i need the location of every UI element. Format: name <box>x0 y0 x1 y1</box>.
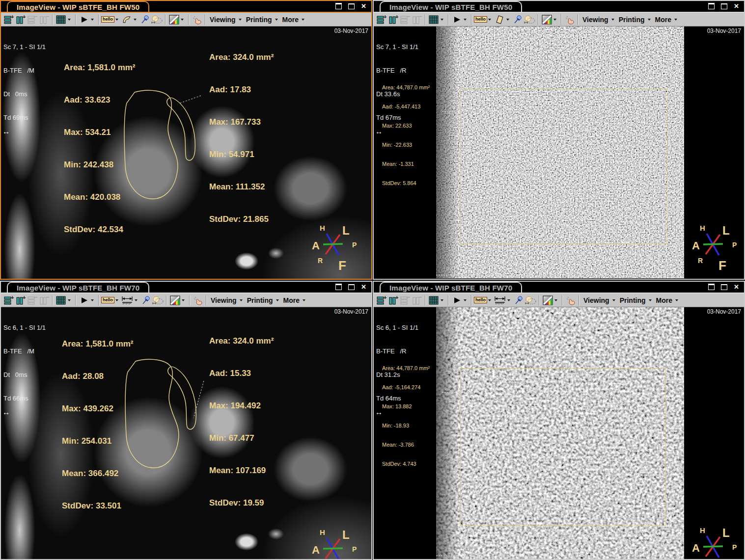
pin-button[interactable] <box>513 294 524 306</box>
remove-row-view-button[interactable]: – <box>27 14 38 26</box>
roi-shape-button[interactable] <box>121 14 133 26</box>
annotation-dropdown-arrow[interactable] <box>115 299 118 301</box>
close-button[interactable]: ✕ <box>734 3 739 9</box>
menu-printing[interactable]: Printing <box>245 296 275 304</box>
add-row-view-button[interactable]: + <box>3 294 15 306</box>
printing-dropdown-arrow[interactable] <box>648 19 651 21</box>
shape-dropdown-arrow[interactable] <box>507 299 510 301</box>
grid-dropdown-arrow[interactable] <box>441 19 443 21</box>
more-dropdown-arrow[interactable] <box>303 299 305 301</box>
colormap-dropdown-arrow[interactable] <box>554 299 557 301</box>
menu-viewing[interactable]: Viewing <box>581 296 611 304</box>
titlebar[interactable]: ImageView - WIP sBTFE_BH FW50 ✕ <box>374 1 744 12</box>
cine-play-button[interactable] <box>78 14 90 26</box>
menu-printing[interactable]: Printing <box>244 16 274 24</box>
menu-more[interactable]: More <box>653 16 673 24</box>
close-button[interactable]: ✕ <box>361 284 366 290</box>
printing-dropdown-arrow[interactable] <box>275 19 278 21</box>
grid-layout-button[interactable] <box>428 14 440 26</box>
cine-play-button[interactable] <box>451 14 463 26</box>
annotation-dropdown-arrow[interactable] <box>488 299 491 301</box>
printing-dropdown-arrow[interactable] <box>276 299 279 301</box>
colormap-button[interactable] <box>168 14 180 26</box>
viewing-dropdown-arrow[interactable] <box>240 299 243 301</box>
colormap-dropdown-arrow[interactable] <box>553 19 556 21</box>
menu-viewing[interactable]: Viewing <box>208 16 238 24</box>
colormap-button[interactable] <box>169 294 181 306</box>
window-level-button[interactable] <box>152 294 164 306</box>
annotation-button[interactable]: hello <box>474 14 487 26</box>
restore-button[interactable] <box>335 284 342 290</box>
colormap-dropdown-arrow[interactable] <box>182 299 185 301</box>
play-dropdown-arrow[interactable] <box>91 19 94 21</box>
play-dropdown-arrow[interactable] <box>91 299 94 301</box>
hand-pan-button[interactable] <box>565 294 577 306</box>
window-level-button[interactable] <box>151 14 163 26</box>
cine-play-button[interactable] <box>451 294 463 306</box>
add-row-view-button[interactable]: + <box>376 294 387 306</box>
window-level-button[interactable] <box>524 14 536 26</box>
pin-button[interactable] <box>512 14 524 26</box>
menu-printing[interactable]: Printing <box>618 296 648 304</box>
shape-dropdown-arrow[interactable] <box>134 19 137 21</box>
maximize-button[interactable] <box>721 284 727 290</box>
more-dropdown-arrow[interactable] <box>675 299 678 301</box>
maximize-button[interactable] <box>348 284 355 290</box>
menu-printing[interactable]: Printing <box>617 16 647 24</box>
menu-more[interactable]: More <box>281 296 302 304</box>
more-dropdown-arrow[interactable] <box>302 19 304 21</box>
roi-overlay[interactable] <box>1 307 371 559</box>
shape-dropdown-arrow[interactable] <box>506 19 509 21</box>
add-row-view-button[interactable]: + <box>3 14 15 26</box>
titlebar[interactable]: ImageView - WIP sBTFE_BH FW50 ✕ <box>1 1 371 12</box>
remove-row-view-button[interactable]: – <box>399 14 411 26</box>
menu-viewing[interactable]: Viewing <box>580 16 610 24</box>
add-column-view-button[interactable]: + <box>15 294 27 306</box>
restore-button[interactable] <box>335 3 342 9</box>
roi-rectangle[interactable] <box>460 89 667 244</box>
remove-column-view-button[interactable]: – <box>38 294 50 306</box>
annotation-button[interactable]: hello <box>101 14 114 26</box>
titlebar[interactable]: ImageView - WIP sBTFE_BH FW70 ✕ <box>1 282 371 293</box>
roi-contour-2[interactable] <box>167 98 195 160</box>
viewing-dropdown-arrow[interactable] <box>612 299 615 301</box>
colormap-button[interactable] <box>541 14 552 26</box>
annotation-button[interactable]: hello <box>101 294 114 306</box>
close-button[interactable]: ✕ <box>734 284 739 290</box>
hand-pan-button[interactable] <box>564 14 576 26</box>
remove-column-view-button[interactable]: – <box>411 14 423 26</box>
menu-viewing[interactable]: Viewing <box>209 296 239 304</box>
grid-layout-button[interactable] <box>428 294 440 306</box>
add-column-view-button[interactable]: + <box>15 14 27 26</box>
pin-button[interactable] <box>139 14 151 26</box>
grid-dropdown-arrow[interactable] <box>68 299 71 301</box>
hand-pan-button[interactable] <box>191 14 203 26</box>
measure-distance-button[interactable] <box>494 294 506 306</box>
cine-play-button[interactable] <box>78 294 90 306</box>
remove-row-view-button[interactable]: – <box>399 294 411 306</box>
remove-row-view-button[interactable]: – <box>27 294 38 306</box>
annotation-dropdown-arrow[interactable] <box>488 19 491 21</box>
roi-shape-button[interactable] <box>494 14 505 26</box>
add-column-view-button[interactable]: + <box>387 294 399 306</box>
measure-distance-button[interactable] <box>121 294 134 306</box>
grid-layout-button[interactable] <box>55 14 67 26</box>
menu-more[interactable]: More <box>654 296 674 304</box>
play-dropdown-arrow[interactable] <box>464 299 467 301</box>
grid-layout-button[interactable] <box>55 294 67 306</box>
more-dropdown-arrow[interactable] <box>674 19 677 21</box>
grid-dropdown-arrow[interactable] <box>68 19 71 21</box>
maximize-button[interactable] <box>721 3 727 9</box>
maximize-button[interactable] <box>348 3 355 9</box>
hand-pan-button[interactable] <box>192 294 204 306</box>
colormap-dropdown-arrow[interactable] <box>181 19 184 21</box>
roi-rectangle[interactable] <box>460 368 666 526</box>
window-level-button[interactable] <box>524 294 537 306</box>
roi-contour-2[interactable] <box>168 367 196 429</box>
play-dropdown-arrow[interactable] <box>464 19 467 21</box>
remove-column-view-button[interactable]: – <box>411 294 423 306</box>
menu-more[interactable]: More <box>280 16 301 24</box>
add-row-view-button[interactable]: + <box>376 14 387 26</box>
annotation-dropdown-arrow[interactable] <box>115 19 118 21</box>
pan-arrow-icon[interactable]: ↔ <box>375 408 383 416</box>
